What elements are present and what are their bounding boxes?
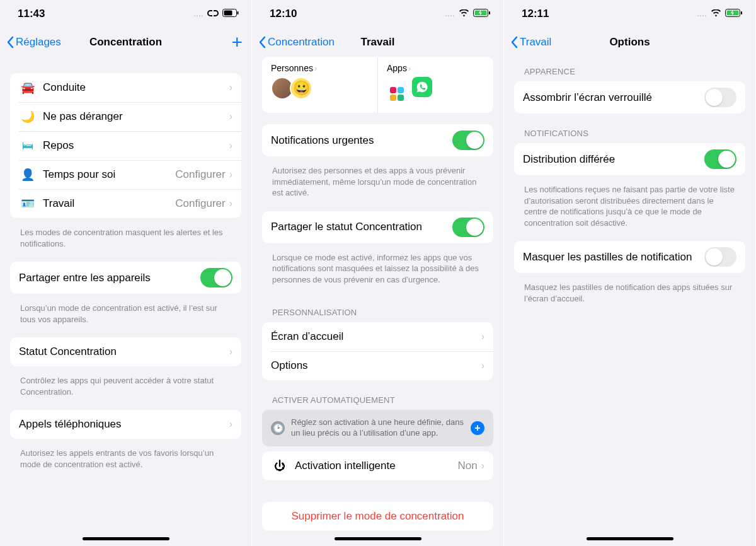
delete-focus-button[interactable]: Supprimer le mode de concentration [262, 502, 493, 531]
share-focus-status-row[interactable]: Partager le statut Concentration [262, 211, 493, 243]
mode-icon: 🌙 [19, 110, 37, 124]
page-title: Travail [252, 36, 503, 49]
row-label: Travail [43, 197, 175, 210]
chevron-right-icon: › [481, 460, 484, 472]
row-label: Temps pour soi [43, 168, 175, 181]
clock-icon: 🕑 [271, 421, 285, 435]
focus-mode-row[interactable]: 🚘Conduite› [10, 73, 241, 102]
row-label: Partager entre les appareils [19, 272, 200, 284]
allowed-card: Personnes› 😀 Apps› [262, 57, 493, 113]
urgent-toggle[interactable] [452, 131, 484, 150]
screen-travail: 12:10 .... Concentration Travail Personn… [252, 0, 504, 546]
hint-text: Réglez son activation à une heure défini… [291, 417, 464, 439]
svg-rect-2 [238, 11, 239, 15]
app-icon-whatsapp [412, 77, 432, 97]
app-icon-slack [387, 84, 407, 104]
share-devices-footer: Lorsqu’un mode de concentration est acti… [0, 299, 251, 337]
row-detail: Configurer [175, 168, 225, 181]
chevron-right-icon: › [229, 198, 232, 209]
nav-bar: Concentration Travail [252, 28, 503, 57]
chevron-right-icon: › [229, 111, 232, 122]
appearance-header: APPARENCE [504, 57, 755, 81]
personnalisation-header: PERSONNALISATION [252, 298, 503, 322]
row-label: Partager le statut Concentration [271, 221, 452, 233]
svg-rect-1 [224, 11, 232, 16]
allowed-apps[interactable]: Apps› [378, 57, 493, 113]
avatar: 😀 [290, 77, 312, 100]
row-label: Distribution différée [523, 153, 704, 166]
allowed-people[interactable]: Personnes› 😀 [262, 57, 378, 113]
svg-rect-8 [741, 11, 742, 15]
hide-badges-footer: Masquez les pastilles de notification de… [504, 278, 755, 317]
share-across-devices-row[interactable]: Partager entre les appareils [10, 262, 241, 294]
home-indicator[interactable] [83, 537, 169, 540]
chevron-right-icon: › [481, 360, 484, 371]
chevron-right-icon: › [481, 331, 484, 342]
hide-badges-row[interactable]: Masquer les pastilles de notification [514, 241, 745, 273]
smart-activation-row[interactable]: ⏻ Activation intelligente Non › [262, 451, 493, 480]
clock: 12:10 [270, 8, 297, 20]
chevron-right-icon: › [229, 419, 232, 430]
add-automation-button[interactable]: + [471, 421, 484, 435]
share-status-footer: Lorsque ce mode est activé, informez les… [252, 248, 503, 298]
link-icon [207, 8, 219, 20]
delayed-toggle[interactable] [704, 149, 736, 169]
modes-footer: Les modes de concentration masquent les … [0, 223, 251, 262]
svg-rect-5 [489, 11, 490, 15]
focus-mode-row[interactable]: 🌙Ne pas déranger› [10, 102, 241, 131]
status-bar: 12:10 .... [252, 0, 503, 28]
wifi-icon [711, 8, 721, 20]
mode-icon: 🪪 [19, 197, 37, 211]
add-button[interactable]: + [231, 36, 243, 49]
focus-mode-row[interactable]: 🛏Repos› [10, 131, 241, 160]
row-label: Notifications urgentes [271, 134, 452, 147]
chevron-right-icon: › [229, 140, 232, 151]
battery-charging-icon [473, 8, 491, 20]
home-screen-row[interactable]: Écran d’accueil › [262, 322, 493, 351]
chevron-right-icon: › [408, 64, 411, 73]
urgent-notifications-row[interactable]: Notifications urgentes [262, 124, 493, 156]
focus-mode-row[interactable]: 🪪TravailConfigurer› [10, 189, 241, 218]
row-label: Statut Concentration [19, 346, 229, 358]
row-label: Écran d’accueil [271, 330, 481, 343]
focus-mode-row[interactable]: 👤Temps pour soiConfigurer› [10, 160, 241, 189]
share-devices-toggle[interactable] [200, 268, 232, 288]
chevron-right-icon: › [314, 64, 317, 73]
row-label: Masquer les pastilles de notification [523, 251, 704, 264]
focus-status-row[interactable]: Statut Concentration › [10, 337, 241, 366]
signal-dots-icon: .... [445, 11, 455, 18]
dim-toggle[interactable] [704, 88, 736, 107]
people-label: Personnes [271, 63, 313, 73]
battery-charging-icon [725, 8, 743, 20]
auto-header: ACTIVER AUTOMATIQUEMENT [252, 385, 503, 410]
dim-lock-screen-row[interactable]: Assombrir l’écran verrouillé [514, 81, 745, 113]
row-label: Conduite [43, 81, 229, 94]
share-status-toggle[interactable] [452, 218, 484, 237]
hide-badges-toggle[interactable] [704, 247, 736, 267]
signal-dots-icon: .... [697, 11, 707, 18]
mode-icon: 👤 [19, 168, 37, 182]
signal-dots-icon: .... [194, 11, 203, 18]
home-indicator[interactable] [587, 537, 673, 540]
chevron-right-icon: › [229, 346, 232, 357]
focus-status-footer: Contrôlez les apps qui peuvent accéder à… [0, 371, 251, 410]
page-title: Options [504, 36, 755, 49]
row-detail: Configurer [175, 197, 225, 210]
automation-hint[interactable]: 🕑 Réglez son activation à une heure défi… [262, 410, 493, 446]
phone-calls-row[interactable]: Appels téléphoniques › [10, 410, 241, 439]
row-label: Repos [43, 139, 229, 152]
screen-options: 12:11 .... Travail Options APPARENCE Ass… [504, 0, 756, 546]
delayed-footer: Les notifications reçues ne faisant pas … [504, 180, 755, 241]
clock: 12:11 [522, 8, 549, 20]
chevron-right-icon: › [229, 169, 232, 180]
mode-icon: 🚘 [19, 81, 37, 95]
options-row[interactable]: Options › [262, 351, 493, 380]
row-label: Activation intelligente [295, 460, 457, 472]
power-icon: ⏻ [271, 460, 289, 473]
home-indicator[interactable] [335, 537, 421, 540]
status-bar: 12:11 .... [504, 0, 755, 28]
row-label: Options [271, 359, 481, 372]
row-label: Ne pas déranger [43, 110, 229, 123]
wifi-icon [459, 8, 469, 20]
delayed-delivery-row[interactable]: Distribution différée [514, 143, 745, 175]
